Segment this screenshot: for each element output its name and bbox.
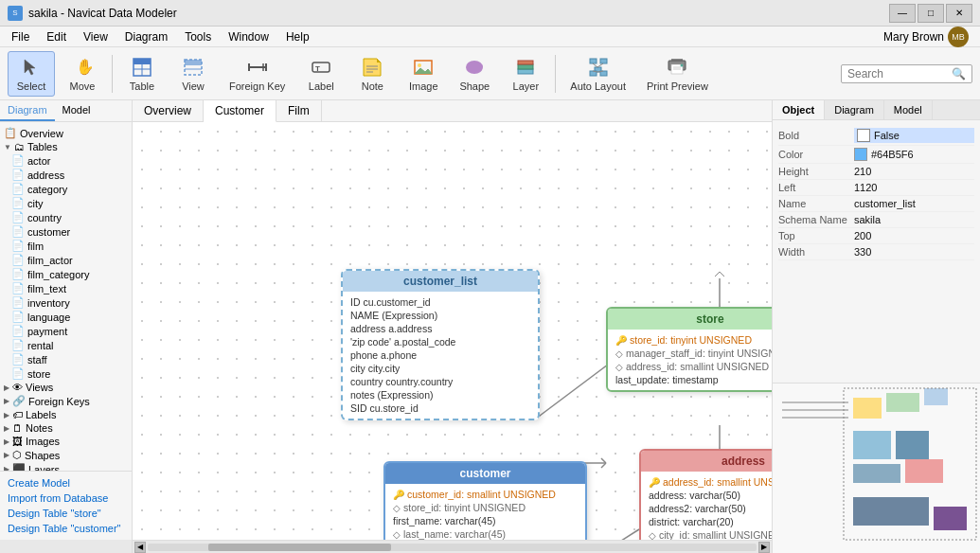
tree-table-inventory[interactable]: 📄inventory bbox=[0, 295, 132, 310]
action-create-model[interactable]: Create Model bbox=[4, 475, 128, 491]
field-row: SID cu.store_id bbox=[350, 401, 530, 415]
tool-move[interactable]: ✋ Move bbox=[59, 51, 106, 97]
right-tab-object[interactable]: Object bbox=[773, 100, 825, 119]
minimize-btn[interactable]: — bbox=[889, 4, 916, 23]
tree-tab-diagram[interactable]: Diagram bbox=[0, 100, 55, 121]
menu-edit[interactable]: Edit bbox=[39, 28, 74, 45]
svg-text:✋: ✋ bbox=[76, 58, 92, 76]
right-tab-diagram[interactable]: Diagram bbox=[825, 100, 884, 119]
color-swatch[interactable] bbox=[854, 148, 867, 161]
table-address[interactable]: address 🔑 address_id: smallint UNSIGNED … bbox=[639, 449, 772, 540]
svg-rect-7 bbox=[185, 60, 202, 65]
tree-overview[interactable]: 📋 Overview bbox=[0, 126, 132, 140]
tree-table-film-category[interactable]: 📄film_category bbox=[0, 267, 132, 281]
tree-images-group[interactable]: ▶ 🖼 Images bbox=[0, 435, 132, 448]
svg-rect-76 bbox=[853, 497, 929, 526]
tree-table-category[interactable]: 📄category bbox=[0, 182, 132, 196]
tree-tab-model[interactable]: Model bbox=[55, 100, 98, 121]
tree-table-rental[interactable]: 📄rental bbox=[0, 338, 132, 352]
bold-checkbox[interactable] bbox=[857, 129, 870, 142]
title-bar-left: S sakila - Navicat Data Modeler bbox=[8, 6, 177, 21]
tool-view[interactable]: View bbox=[169, 51, 217, 97]
tree-views-group[interactable]: ▶ 👁 Views bbox=[0, 381, 132, 394]
table-item-icon: 📄 bbox=[11, 240, 25, 252]
action-import-db[interactable]: Import from Database bbox=[4, 491, 128, 506]
notes-item-icon: 🗒 bbox=[12, 422, 23, 434]
prop-color-value[interactable]: #64B5F6 bbox=[854, 148, 974, 161]
scroll-right-btn[interactable]: ▶ bbox=[758, 542, 770, 553]
fk-icon: ◇ bbox=[393, 529, 401, 540]
table-item-icon: 📄 bbox=[11, 296, 25, 309]
right-tab-model[interactable]: Model bbox=[884, 100, 933, 119]
tree-table-staff[interactable]: 📄staff bbox=[0, 352, 132, 366]
table-item-icon: 📄 bbox=[11, 367, 25, 380]
tree-table-actor[interactable]: 📄actor bbox=[0, 153, 132, 168]
tree-scrollbar[interactable] bbox=[0, 540, 132, 553]
tool-note[interactable]: Note bbox=[348, 51, 396, 97]
tree-shapes-group[interactable]: ▶ ⬡ Shapes bbox=[0, 448, 132, 462]
diagram-tab-overview[interactable]: Overview bbox=[133, 100, 204, 121]
field-row: 'zip code' a.postal_code bbox=[350, 335, 530, 348]
tool-print-preview[interactable]: Print Preview bbox=[638, 51, 717, 97]
tree-table-country[interactable]: 📄country bbox=[0, 210, 132, 224]
tree-labels-group[interactable]: ▶ 🏷 Labels bbox=[0, 408, 132, 421]
svg-rect-25 bbox=[518, 61, 533, 64]
horizontal-scrollbar[interactable]: ◀ ▶ bbox=[133, 540, 772, 553]
tool-auto-layout[interactable]: Auto Layout bbox=[561, 51, 634, 97]
minimap bbox=[773, 383, 980, 553]
maximize-btn[interactable]: □ bbox=[918, 4, 944, 23]
scroll-thumb[interactable] bbox=[208, 544, 391, 551]
prop-bold-value[interactable]: False bbox=[854, 128, 974, 143]
menu-help[interactable]: Help bbox=[278, 28, 317, 45]
tool-label[interactable]: T Label bbox=[297, 51, 345, 97]
menu-diagram[interactable]: Diagram bbox=[117, 28, 175, 45]
close-btn[interactable]: ✕ bbox=[946, 4, 972, 23]
tool-table[interactable]: Table bbox=[118, 51, 166, 97]
tree-table-payment[interactable]: 📄payment bbox=[0, 324, 132, 338]
menu-tools[interactable]: Tools bbox=[177, 28, 219, 45]
diagram-tab-film[interactable]: Film bbox=[276, 100, 322, 121]
tree-layers-group[interactable]: ▶ ⬛ Layers bbox=[0, 462, 132, 471]
tree-table-language[interactable]: 📄language bbox=[0, 310, 132, 324]
scroll-left-btn[interactable]: ◀ bbox=[134, 542, 146, 553]
diagram-tab-customer[interactable]: Customer bbox=[204, 100, 276, 122]
action-design-customer[interactable]: Design Table "customer" bbox=[4, 521, 128, 536]
tree-table-address[interactable]: 📄address bbox=[0, 168, 132, 182]
title-bar-controls[interactable]: — □ ✕ bbox=[889, 4, 972, 23]
table-customer-list[interactable]: customer_list ID cu.customer_id NAME (Ex… bbox=[341, 269, 540, 420]
tree-table-film-actor[interactable]: 📄film_actor bbox=[0, 253, 132, 267]
tree-table-store[interactable]: 📄store bbox=[0, 366, 132, 381]
tree-tables-group[interactable]: ▼ 🗂 Tables bbox=[0, 140, 132, 153]
field-row: ◇ city_id: smallint UNSIGNED bbox=[649, 528, 772, 540]
tree-notes-group[interactable]: ▶ 🗒 Notes bbox=[0, 421, 132, 435]
tool-layer[interactable]: Layer bbox=[502, 51, 549, 97]
tree-table-city[interactable]: 📄city bbox=[0, 196, 132, 210]
menu-file[interactable]: File bbox=[4, 28, 37, 45]
tool-table-label: Table bbox=[130, 80, 154, 92]
expand-icon: ▶ bbox=[4, 451, 9, 459]
tool-select[interactable]: Select bbox=[8, 51, 55, 97]
tree-table-film-text[interactable]: 📄film_text bbox=[0, 281, 132, 295]
menu-view[interactable]: View bbox=[76, 28, 116, 45]
field-row: ◇ last_name: varchar(45) bbox=[393, 527, 578, 540]
tree-table-film[interactable]: 📄film bbox=[0, 239, 132, 253]
field-row: address2: varchar(50) bbox=[649, 502, 772, 515]
diagram-canvas[interactable]: customer_list ID cu.customer_id NAME (Ex… bbox=[133, 122, 772, 540]
toolbar-separator-1 bbox=[112, 55, 113, 93]
tree-fk-group[interactable]: ▶ 🔗 Foreign Keys bbox=[0, 394, 132, 408]
tool-image[interactable]: Image bbox=[400, 51, 447, 97]
table-customer[interactable]: customer 🔑 customer_id: smallint UNSIGNE… bbox=[383, 461, 587, 540]
action-design-store[interactable]: Design Table "store" bbox=[4, 506, 128, 521]
search-box[interactable]: 🔍 bbox=[841, 64, 972, 83]
prop-color: Color #64B5F6 bbox=[778, 146, 974, 164]
search-input[interactable] bbox=[847, 67, 952, 80]
table-icon bbox=[131, 56, 153, 79]
tool-shape[interactable]: Shape bbox=[451, 51, 498, 97]
prop-name: Name customer_list bbox=[778, 196, 974, 212]
tool-foreign-key[interactable]: Foreign Key bbox=[221, 51, 294, 97]
right-panel-tabs: Object Diagram Model bbox=[773, 100, 980, 120]
tree-table-customer[interactable]: 📄customer bbox=[0, 224, 132, 239]
app-icon: S bbox=[8, 6, 23, 21]
table-store[interactable]: store 🔑 store_id: tinyint UNSIGNED ◇ man… bbox=[606, 307, 772, 392]
menu-window[interactable]: Window bbox=[221, 28, 276, 45]
